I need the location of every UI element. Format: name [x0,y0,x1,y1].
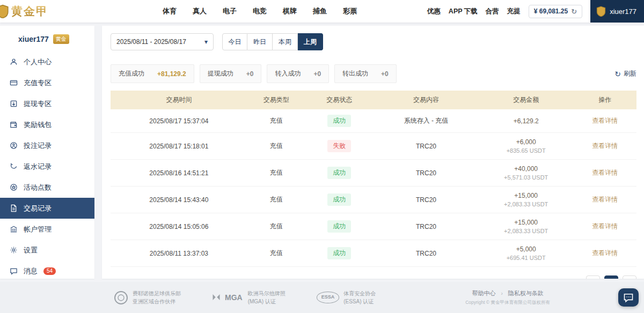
tab-this-week[interactable]: 本周 [273,33,298,50]
pagination-page-1[interactable]: 1 [604,275,618,279]
cell-amount: +5,000 +695.41 USDT [479,240,573,267]
partner-line1: 体育安全协会 [343,289,376,297]
tab-last-week[interactable]: 上周 [298,33,323,50]
withdraw-icon [10,100,18,108]
link-app-download[interactable]: APP 下载 [449,7,478,16]
sidebar-user-row: xiuer177 黄金 [0,29,94,51]
privacy-terms-link[interactable]: 隐私权与条款 [508,289,544,297]
cell-amount: +40,000 +5,571.03 USDT [479,160,573,187]
status-badge: 失败 [327,140,351,152]
transactions-table: 交易时间 交易类型 交易状态 交易内容 交易金额 操作 2025/08/17 1… [111,91,636,267]
cell-amount: +6,000 +835.65 USDT [479,133,573,160]
cell-type: 充值 [247,187,305,213]
sidebar: xiuer177 黄金 个人中心 充值专区 提现专区 奖励钱包 投注记录 [0,26,94,279]
user-shield-icon [596,6,606,17]
link-partnership[interactable]: 合营 [486,7,499,16]
cell-time: 2025/08/14 15:43:40 [111,187,247,213]
view-details-link[interactable]: 查看详情 [592,117,618,124]
table-row: 2025/08/14 15:05:06 充值 成功 TRC20 +15,000 … [111,213,636,240]
stat-withdraw-success: 提现成功 +0 [200,64,262,83]
sidebar-item-activity-points[interactable]: 活动点数 [0,177,94,198]
link-promos[interactable]: 优惠 [427,7,441,16]
customer-service-chat-button[interactable] [618,288,639,307]
sidebar-item-account-management[interactable]: 帐户管理 [0,219,94,240]
status-badge: 成功 [327,167,351,179]
tab-today[interactable]: 今日 [222,33,247,50]
help-center-link[interactable]: 帮助中心 [472,289,495,297]
status-badge: 成功 [327,220,351,233]
cell-status: 成功 [305,187,374,213]
stat-value: +81,129.2 [157,70,186,78]
sidebar-menu: 个人中心 充值专区 提现专区 奖励钱包 投注记录 返水记录 [0,51,94,281]
cell-content: TRC20 [374,187,479,213]
view-details-link[interactable]: 查看详情 [592,222,618,230]
view-details-link[interactable]: 查看详情 [592,249,618,257]
shield-logo-icon [0,4,10,18]
brand-logo[interactable]: 黄金甲 [0,4,92,19]
stat-value: +0 [381,70,389,78]
refresh-button[interactable]: ↻ 刷新 [614,69,636,78]
nav-lottery[interactable]: 彩票 [343,6,357,16]
tab-yesterday[interactable]: 昨日 [247,33,273,50]
cell-status: 成功 [305,160,374,187]
col-amount: 交易金额 [479,91,573,109]
bet-record-icon [10,141,18,150]
sidebar-item-label: 帐户管理 [24,225,52,234]
nav-cards[interactable]: 棋牌 [283,6,297,16]
sidebar-item-deposit-zone[interactable]: 充值专区 [0,72,94,93]
top-bar-right: 优惠 APP 下载 合营 充提 ¥ 69,081.25 ↻ xiuer177 [427,0,644,23]
cell-status: 成功 [305,109,374,133]
mga-logo-icon [212,293,221,302]
sidebar-item-reward-wallet[interactable]: 奖励钱包 [0,114,94,135]
refresh-icon: ↻ [614,70,621,78]
sidebar-item-withdraw-zone[interactable]: 提现专区 [0,93,94,114]
sidebar-item-label: 奖励钱包 [24,120,52,130]
pagination-next-button[interactable]: › [623,275,636,279]
sidebar-item-rebate-records[interactable]: 返水记录 [0,156,94,177]
view-details-link[interactable]: 查看详情 [592,196,618,203]
sidebar-item-bet-records[interactable]: 投注记录 [0,135,94,156]
sidebar-item-messages[interactable]: 消息 54 [0,260,94,281]
view-details-link[interactable]: 查看详情 [592,142,618,150]
bank-icon [10,225,18,233]
amount-usdt: +2,083.33 USDT [482,201,570,207]
nav-esports[interactable]: 电竞 [253,6,267,16]
cell-time: 2025/08/17 15:18:01 [111,133,247,160]
pagination-prev-button[interactable]: ‹ [586,275,600,279]
stat-label: 充值成功 [119,69,144,78]
wallet-icon [10,121,18,129]
amount-main: +6,000 [482,138,570,146]
stat-transfer-out-success: 转出成功 +0 [334,64,397,83]
cell-amount: +15,000 +2,083.33 USDT [479,213,573,240]
col-type: 交易类型 [247,91,305,109]
sidebar-item-label: 交易记录 [24,204,52,213]
sidebar-item-label: 设置 [24,245,38,255]
sidebar-item-personal-center[interactable]: 个人中心 [0,51,94,72]
cell-time: 2025/08/17 15:37:04 [111,109,247,133]
partner-line2: 亚洲区域合作伙伴 [133,297,181,305]
date-range-select[interactable]: 2025/08/11 - 2025/08/17 ▾ [111,33,214,50]
cell-action: 查看详情 [573,109,636,133]
nav-fishing[interactable]: 捕鱼 [313,6,327,16]
pagination: ‹ 1 › [111,275,636,279]
partner-feyenoord: 费耶诺德足球俱乐部 亚洲区域合作伙伴 [114,289,181,305]
nav-slots[interactable]: 电子 [223,6,237,16]
view-details-link[interactable]: 查看详情 [592,169,618,176]
refresh-label: 刷新 [624,69,636,78]
partner-mga: MGA 欧洲马尔他牌照 (MGA) 认证 [212,289,286,305]
copyright-text: Copyright © 黄金甲体育有限公司版权所有 [465,300,550,306]
nav-sports[interactable]: 体育 [163,6,177,16]
balance-refresh-icon[interactable]: ↻ [571,8,577,16]
transactions-tbody: 2025/08/17 15:37:04 充值 成功 系统存入 - 充值 +6,1… [111,109,636,267]
user-chip[interactable]: xiuer177 [590,0,644,23]
link-deposit-withdraw[interactable]: 充提 [507,7,521,16]
sidebar-item-transaction-records[interactable]: 交易记录 [0,198,94,219]
amount-usdt: +2,083.33 USDT [482,228,570,234]
nav-live[interactable]: 真人 [193,6,207,16]
sidebar-item-label: 返水记录 [24,162,52,172]
partner-line2: (ESSA) 认证 [343,297,376,305]
chevron-down-icon: ▾ [204,38,208,46]
sidebar-item-settings[interactable]: 设置 [0,240,94,260]
balance-box[interactable]: ¥ 69,081.25 ↻ [529,5,582,18]
person-icon [10,58,18,66]
